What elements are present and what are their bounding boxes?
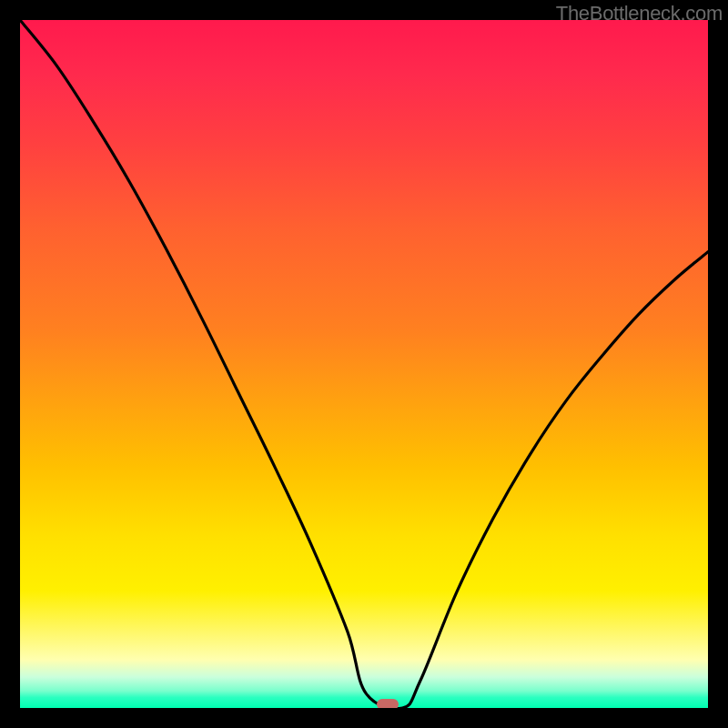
optimum-marker [377, 699, 399, 708]
bottleneck-curve [20, 20, 708, 708]
curve-path [20, 20, 708, 708]
chart-frame: TheBottleneck.com [0, 0, 728, 728]
watermark-text: TheBottleneck.com [556, 2, 723, 25]
plot-area [20, 20, 708, 708]
